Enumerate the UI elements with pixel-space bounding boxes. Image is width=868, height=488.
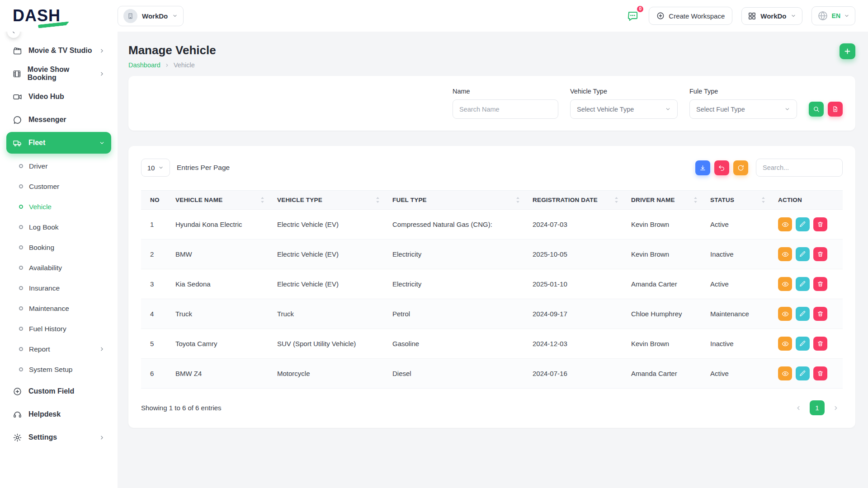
sidebar-item-settings[interactable]: Settings [6,427,111,448]
edit-button[interactable] [796,277,810,291]
vehicle-type-select[interactable]: Select Vehicle Type [570,99,678,119]
sidebar-item-report[interactable]: Report [11,339,111,359]
workspace-name: WorkDo [142,12,168,20]
filter-reset-button[interactable] [828,102,843,117]
table-search-input[interactable] [756,159,843,177]
sidebar-subitem-label: Booking [29,244,54,252]
gear-icon [13,433,22,442]
sort-icon [260,197,264,203]
sidebar-item-video-hub[interactable]: Video Hub [6,86,111,108]
chevron-down-icon [99,140,105,146]
edit-button[interactable] [796,217,810,231]
view-button[interactable] [778,307,792,321]
view-button[interactable] [778,366,792,380]
view-button[interactable] [778,247,792,261]
edit-button[interactable] [796,337,810,351]
sidebar-item-customer[interactable]: Customer [11,176,111,197]
cell-no: 4 [141,299,169,329]
trash-icon [817,370,824,377]
sidebar-item-booking[interactable]: Booking [11,237,111,258]
undo-arrow-icon [718,164,725,171]
filter-search-button[interactable] [809,102,824,117]
breadcrumb-dashboard-link[interactable]: Dashboard [128,61,160,69]
edit-button[interactable] [796,307,810,321]
sidebar-item-driver[interactable]: Driver [11,156,111,176]
sidebar-item-system-setup[interactable]: System Setup [11,359,111,380]
delete-button[interactable] [813,247,827,261]
messages-button[interactable]: 0 [626,9,640,23]
sidebar-subitem-label: Vehicle [29,203,52,211]
sidebar-item-movie-tv-studio[interactable]: Movie & TV Studio [6,40,111,61]
sidebar-item-fleet[interactable]: Fleet [6,132,111,154]
sidebar-item-vehicle[interactable]: Vehicle [11,197,111,217]
chevron-down-icon [665,106,671,112]
sidebar-item-insurance[interactable]: Insurance [11,278,111,298]
delete-button[interactable] [813,337,827,351]
download-icon [699,164,706,171]
workspace-selector[interactable]: WorkDo [118,6,184,26]
sidebar-subitem-label: Insurance [29,284,60,292]
clapperboard-icon [13,46,22,56]
sidebar-item-log-book[interactable]: Log Book [11,217,111,237]
dot-icon [19,205,23,209]
view-button[interactable] [778,277,792,291]
name-filter-input[interactable] [453,99,558,119]
delete-button[interactable] [813,307,827,321]
column-header-driver-name[interactable]: DRIVER NAME [625,191,704,210]
delete-button[interactable] [813,217,827,231]
refresh-button[interactable] [733,160,748,175]
sidebar-item-maintenance[interactable]: Maintenance [11,298,111,319]
delete-button[interactable] [813,366,827,380]
main-content: Manage Vehicle Dashboard Vehicle Name Ve [118,0,868,441]
column-header-fuel-type[interactable]: FUEL TYPE [386,191,526,210]
sidebar-item-messenger[interactable]: Messenger [6,109,111,131]
cell-vehicle-type: Electric Vehicle (EV) [271,210,386,239]
edit-button[interactable] [796,366,810,380]
undo-button[interactable] [714,160,729,175]
column-header-registration-date[interactable]: REGISTRATION DATE [526,191,625,210]
add-vehicle-button[interactable] [840,43,855,59]
cell-registration-date: 2024-07-03 [526,210,625,239]
refresh-icon [737,164,744,171]
app-header: DASH WorkDo 0 Create Workspace WorkDo [0,0,868,32]
page-title: Manage Vehicle [128,43,216,57]
create-workspace-button[interactable]: Create Workspace [649,7,732,25]
sidebar-item-helpdesk[interactable]: Helpdesk [6,404,111,425]
chevron-right-icon [165,63,170,68]
column-header-vehicle-name[interactable]: VEHICLE NAME [169,191,271,210]
next-page-button[interactable] [829,401,843,415]
previous-page-button[interactable] [792,401,805,415]
cell-status: Active [704,269,772,299]
table-row: 3 Kia Sedona Electric Vehicle (EV) Elect… [141,269,843,299]
sidebar-item-label: Movie & TV Studio [28,47,92,55]
table-header-row: NO VEHICLE NAME VEHICLE TYPE FUEL TYPE R… [141,191,843,210]
cell-vehicle-type: SUV (Sport Utility Vehicle) [271,329,386,359]
sidebar-item-custom-field[interactable]: Custom Field [6,380,111,402]
language-selector[interactable]: EN [811,6,855,25]
breadcrumb: Dashboard Vehicle [128,61,216,69]
sidebar-item-availability[interactable]: Availability [11,258,111,278]
cell-driver-name: Kevin Brown [625,329,704,359]
sidebar-subitem-label: System Setup [29,366,73,374]
view-button[interactable] [778,337,792,351]
delete-button[interactable] [813,277,827,291]
cell-fuel-type: Diesel [386,359,526,389]
entries-per-page-select[interactable]: 10 [141,159,170,177]
pagination: 1 [792,400,843,415]
view-button[interactable] [778,217,792,231]
pencil-icon [799,221,806,228]
page-number-button[interactable]: 1 [810,400,825,415]
dot-icon [19,225,23,229]
cell-fuel-type: Petrol [386,299,526,329]
app-switcher-menu[interactable]: WorkDo [741,7,802,25]
export-button[interactable] [695,160,710,175]
edit-button[interactable] [796,247,810,261]
sidebar-item-movie-show-booking[interactable]: Movie Show Booking [6,63,111,84]
sidebar-item-fuel-history[interactable]: Fuel History [11,319,111,339]
column-header-vehicle-type[interactable]: VEHICLE TYPE [271,191,386,210]
chevron-down-icon [844,13,849,19]
fuel-type-select[interactable]: Select Fuel Type [689,99,797,119]
column-header-status[interactable]: STATUS [704,191,772,210]
sidebar-subitem-label: Availability [29,264,62,272]
app-logo[interactable]: DASH [13,6,118,25]
